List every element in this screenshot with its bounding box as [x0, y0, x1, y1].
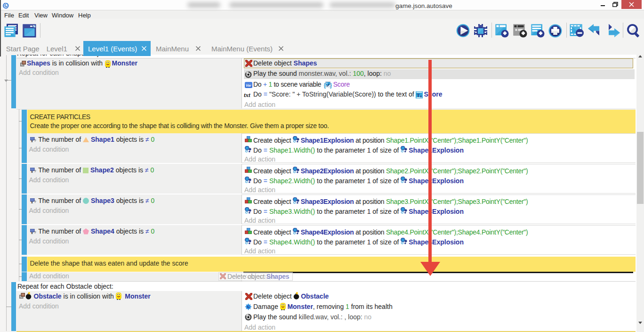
- svg-text:?: ?: [34, 169, 36, 173]
- svg-text:Var: Var: [246, 83, 252, 88]
- svg-text:?: ?: [34, 200, 36, 203]
- svg-text:x: x: [31, 231, 33, 234]
- svg-text:x: x: [31, 139, 33, 142]
- svg-text:x: x: [420, 95, 422, 98]
- svg-text:T: T: [417, 92, 420, 97]
- svg-text:?: ?: [34, 230, 36, 234]
- svg-text:?: ?: [34, 138, 36, 142]
- svg-text:x: x: [31, 201, 33, 203]
- svg-text:x: x: [31, 170, 33, 173]
